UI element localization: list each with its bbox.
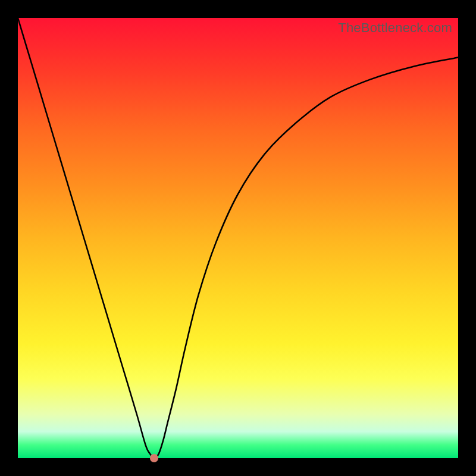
curve-svg [18,18,458,458]
bottleneck-curve [18,18,458,458]
chart-frame: TheBottleneck.com [0,0,476,476]
plot-area: TheBottleneck.com [18,18,458,458]
min-marker [150,454,158,462]
